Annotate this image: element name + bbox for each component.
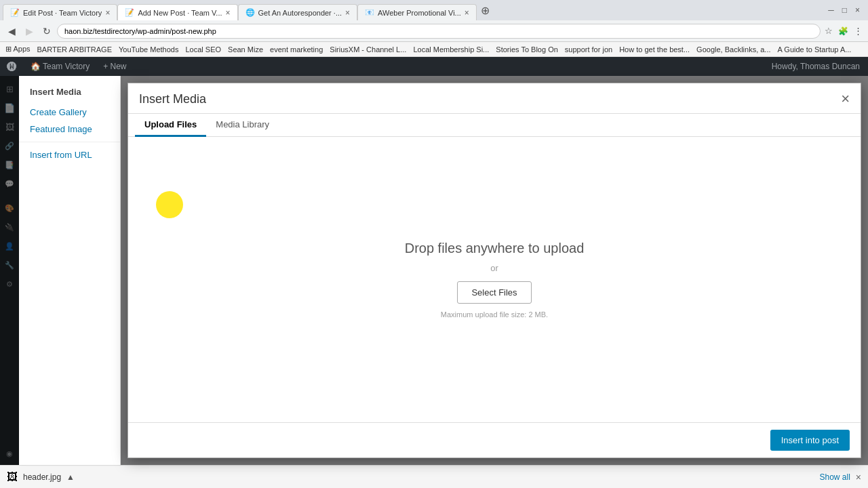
maximize-btn[interactable]: □ xyxy=(840,5,850,15)
create-gallery-link[interactable]: Create Gallery xyxy=(19,104,120,121)
download-filename: header.jpg xyxy=(23,472,61,482)
bookmark-google[interactable]: Google, Backlinks, a... xyxy=(696,45,770,54)
howdy-text: Howdy, Thomas Duncan xyxy=(772,62,860,71)
or-text: or xyxy=(490,263,498,273)
bookmark-how[interactable]: How to get the best... xyxy=(619,45,690,54)
upload-area: Drop files anywhere to upload or Select … xyxy=(128,137,861,422)
download-file-icon: 🖼 xyxy=(7,471,18,483)
bookmark-local-seo[interactable]: Local SEO xyxy=(185,45,221,54)
browser-nav-bar: ◀ ▶ ↻ ☆ 🧩 ⋮ xyxy=(0,20,868,42)
wp-site-name[interactable]: 🏠 Team Victory xyxy=(24,57,96,76)
tab1-close[interactable]: × xyxy=(105,8,110,18)
download-bar: 🖼 header.jpg ▲ Show all × xyxy=(0,465,868,488)
back-button[interactable]: ◀ xyxy=(4,24,19,39)
bookmark-event[interactable]: event marketing xyxy=(270,45,323,54)
modal-title: Insert Media xyxy=(139,92,206,106)
panel-divider xyxy=(19,142,120,142)
tab1-favicon: 📝 xyxy=(10,8,20,17)
modal-dialog: Insert Media × Upload Files Media Librar… xyxy=(127,83,861,458)
browser-chrome: 📝 Edit Post · Team Victory × 📝 Add New P… xyxy=(0,0,868,42)
insert-media-panel-title: Insert Media xyxy=(19,81,120,104)
tab4-title: AWeber Promotional Vi... xyxy=(378,9,461,17)
show-all-button[interactable]: Show all xyxy=(819,472,850,482)
wp-logo-item[interactable]: 🅦 xyxy=(0,57,24,76)
browser-tabs-bar: 📝 Edit Post · Team Victory × 📝 Add New P… xyxy=(0,0,868,20)
tab2-close[interactable]: × xyxy=(226,8,231,18)
insert-from-url-link[interactable]: Insert from URL xyxy=(19,146,120,163)
bookmark-icon[interactable]: ☆ xyxy=(823,24,834,37)
modal-close-button[interactable]: × xyxy=(841,92,850,106)
bookmark-apps[interactable]: ⊞ Apps xyxy=(5,45,31,54)
modal-footer: Insert into post xyxy=(128,422,861,458)
tab1-title: Edit Post · Team Victory xyxy=(23,9,102,17)
modal-header: Insert Media × xyxy=(128,83,861,114)
minimize-btn[interactable]: ─ xyxy=(825,5,837,15)
browser-tab-4[interactable]: 📧 AWeber Promotional Vi... × xyxy=(357,4,477,20)
download-close-icon[interactable]: × xyxy=(856,472,861,483)
drop-files-text: Drop files anywhere to upload xyxy=(405,241,585,256)
bookmark-barter[interactable]: BARTER ARBITRAGE xyxy=(37,45,112,54)
reload-button[interactable]: ↻ xyxy=(39,24,54,39)
wp-logo-icon: 🅦 xyxy=(7,61,17,73)
new-label: + New xyxy=(103,62,126,71)
site-name-label: Team Victory xyxy=(43,62,90,71)
wp-main-area: ⊞ 📄 🖼 🔗 📑 💬 🎨 🔌 👤 🔧 ⚙ ◉ Insert Media Cre… xyxy=(0,76,868,465)
bookmark-support[interactable]: support for jon xyxy=(565,45,612,54)
window-close-btn[interactable]: × xyxy=(852,5,863,15)
browser-tab-3[interactable]: 🌐 Get An Autoresponder ·... × xyxy=(238,4,358,20)
wp-admin-bar-right: Howdy, Thomas Duncan xyxy=(764,62,868,71)
browser-tab-1[interactable]: 📝 Edit Post · Team Victory × xyxy=(3,4,117,20)
insert-media-container: Insert Media Create Gallery Featured Ima… xyxy=(19,76,868,465)
bookmark-guide[interactable]: A Guide to Startup A... xyxy=(778,45,852,54)
extensions-icon[interactable]: 🧩 xyxy=(837,25,850,37)
max-upload-text: Maximum upload file size: 2 MB. xyxy=(441,310,548,319)
select-files-button[interactable]: Select Files xyxy=(457,281,531,304)
bookmark-sirius[interactable]: SiriusXM - Channel L... xyxy=(330,45,406,54)
bookmarks-bar: ⊞ Apps BARTER ARBITRAGE YouTube Methods … xyxy=(0,42,868,57)
modal-main-content: Upload Files Media Library Drop files an… xyxy=(128,114,861,422)
insert-into-post-button[interactable]: Insert into post xyxy=(770,430,850,451)
tab3-favicon: 🌐 xyxy=(245,8,255,17)
wp-new-item[interactable]: + New xyxy=(96,57,133,76)
bookmark-membership[interactable]: Local Membership Si... xyxy=(413,45,489,54)
tab3-close[interactable]: × xyxy=(345,8,350,18)
tab-media-library[interactable]: Media Library xyxy=(206,114,279,137)
bookmark-stories[interactable]: Stories To Blog On xyxy=(496,45,558,54)
wp-admin-bar: 🅦 🏠 Team Victory + New Howdy, Thomas Dun… xyxy=(0,57,868,76)
new-tab-button[interactable]: ⊕ xyxy=(477,4,494,17)
insert-media-sidebar-panel: Insert Media Create Gallery Featured Ima… xyxy=(19,76,121,465)
site-icon: 🏠 xyxy=(31,62,41,71)
forward-button[interactable]: ▶ xyxy=(22,24,37,39)
download-chevron-icon[interactable]: ▲ xyxy=(66,472,75,482)
address-bar[interactable] xyxy=(57,24,821,39)
tab4-favicon: 📧 xyxy=(365,8,374,17)
tab2-title: Add New Post · Team V... xyxy=(138,9,222,17)
featured-image-link[interactable]: Featured Image xyxy=(19,121,120,138)
tab3-title: Get An Autoresponder ·... xyxy=(258,9,342,17)
bookmark-sean[interactable]: Sean Mize xyxy=(228,45,263,54)
modal-body: Upload Files Media Library Drop files an… xyxy=(128,114,861,422)
menu-icon[interactable]: ⋮ xyxy=(852,24,864,37)
tab4-close[interactable]: × xyxy=(465,8,469,18)
modal-tabs: Upload Files Media Library xyxy=(128,114,861,137)
tab2-favicon: 📝 xyxy=(125,8,134,17)
browser-tab-2[interactable]: 📝 Add New Post · Team V... × xyxy=(117,4,237,20)
tab-upload-files[interactable]: Upload Files xyxy=(135,114,206,137)
bookmark-youtube[interactable]: YouTube Methods xyxy=(119,45,178,54)
